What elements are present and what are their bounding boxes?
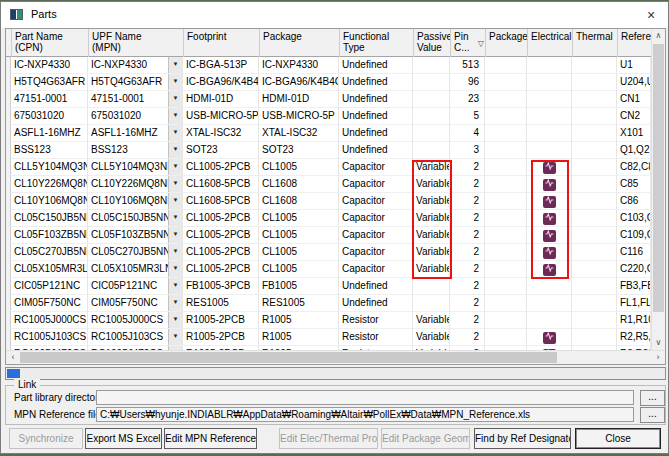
cell-upf-name[interactable]: CIM05F750NC▼ — [88, 295, 183, 312]
synchronize-button[interactable]: Synchronize — [9, 428, 83, 449]
table-row[interactable]: CIC05P121NCCIC05P121NC▼FB1005-3PCBFB1005… — [6, 278, 651, 295]
chevron-down-icon[interactable]: ▼ — [168, 210, 182, 226]
scroll-right-icon[interactable]: › — [651, 351, 665, 364]
cell-passive-value — [413, 278, 450, 295]
chevron-down-icon[interactable]: ▼ — [168, 329, 182, 345]
chevron-down-icon[interactable]: ▼ — [168, 57, 182, 73]
cell-footprint: USB-MICRO-5P — [183, 108, 259, 125]
vertical-scrollbar-thumb[interactable] — [653, 44, 664, 312]
cell-upf-name[interactable]: ASFL1-16MHZ▼ — [88, 125, 183, 142]
chevron-down-icon[interactable]: ▼ — [168, 278, 182, 294]
chevron-down-icon[interactable]: ▼ — [168, 142, 182, 158]
chevron-down-icon[interactable]: ▼ — [168, 261, 182, 277]
close-button[interactable]: Close — [575, 428, 661, 449]
scroll-down-icon[interactable]: ∨ — [652, 336, 665, 350]
cell-upf-name[interactable]: CLL5Y104MQ3NLNC▼ — [88, 159, 183, 176]
electrical-property-icon[interactable] — [543, 230, 556, 242]
scroll-up-icon[interactable]: ∧ — [652, 29, 665, 43]
column-header-package[interactable]: Package — [260, 29, 340, 57]
column-header-functional_type[interactable]: Functional Type — [340, 29, 414, 57]
cell-upf-name[interactable]: RC1005J103CS▼ — [88, 329, 183, 346]
upf-name-text: BSS123 — [91, 144, 128, 155]
electrical-property-icon[interactable] — [543, 196, 556, 208]
cell-reference: R2,R5, — [617, 329, 651, 346]
cell-upf-name[interactable]: CL05F103ZB5NNNC▼ — [88, 227, 183, 244]
cell-thermal — [572, 193, 617, 210]
chevron-down-icon[interactable]: ▼ — [168, 159, 182, 175]
table-row[interactable]: RC1005J000CSRC1005J000CS▼R1005-2PCBR1005… — [6, 312, 651, 329]
chevron-down-icon[interactable]: ▼ — [168, 193, 182, 209]
cell-pin-count: 4 — [450, 125, 485, 142]
table-row[interactable]: CL05C270JB5NNWCCL05C270JB5NNWC▼CL1005-2P… — [6, 244, 651, 261]
column-header-package2[interactable]: Package — [486, 29, 528, 57]
chevron-down-icon[interactable]: ▼ — [168, 227, 182, 243]
column-header-cpn[interactable]: Part Name (CPN) — [12, 29, 89, 57]
part-library-browse-button[interactable]: ... — [640, 390, 665, 406]
cell-upf-name[interactable]: CL05X105MR3LNNH▼ — [88, 261, 183, 278]
table-row[interactable]: RC1005J103CSRC1005J103CS▼R1005-2PCBR1005… — [6, 329, 651, 346]
close-icon[interactable]: × — [634, 2, 668, 28]
column-header-footprint[interactable]: Footprint — [184, 29, 260, 57]
table-row[interactable]: IC-NXP4330IC-NXP4330▼IC-BGA-513PIC-NXP43… — [6, 57, 651, 74]
cell-upf-name[interactable]: CL10Y106MQ8NRNC▼ — [88, 193, 183, 210]
column-header-electrical[interactable]: Electrical — [528, 29, 573, 57]
table-row[interactable]: CIM05F750NCCIM05F750NC▼RES1005RES1005Und… — [6, 295, 651, 312]
electrical-property-icon[interactable] — [543, 264, 556, 276]
title-bar: Parts × — [1, 2, 668, 28]
chevron-down-icon[interactable]: ▼ — [168, 125, 182, 141]
cell-pin-count: 5 — [450, 108, 485, 125]
cell-upf-name[interactable]: BSS123▼ — [88, 142, 183, 159]
chevron-down-icon[interactable]: ▼ — [168, 74, 182, 90]
column-header-passive_value[interactable]: Passive Value — [414, 29, 451, 57]
chevron-down-icon[interactable]: ▼ — [168, 91, 182, 107]
electrical-property-icon[interactable] — [543, 213, 556, 225]
chevron-down-icon[interactable]: ▼ — [168, 108, 182, 124]
cell-upf-name[interactable]: IC-NXP4330▼ — [88, 57, 183, 74]
table-row[interactable]: H5TQ4G63AFRH5TQ4G63AFR▼IC-BGA96/K4B4G1IC… — [6, 74, 651, 91]
upf-name-text: CIM05F750NC — [91, 297, 158, 308]
column-header-thermal[interactable]: Thermal — [573, 29, 618, 57]
cell-upf-name[interactable]: H5TQ4G63AFR▼ — [88, 74, 183, 91]
table-row[interactable]: CL05X105MR3LNNHCL05X105MR3LNNH▼CL1005-2P… — [6, 261, 651, 278]
cell-footprint: CL1005-2PCB — [183, 227, 259, 244]
table-row[interactable]: CL10Y226MQ8NRNCCL10Y226MQ8NRNC▼CL1608-5P… — [6, 176, 651, 193]
upf-name-text: 47151-0001 — [91, 93, 144, 104]
chevron-down-icon[interactable]: ▼ — [168, 295, 182, 311]
cell-upf-name[interactable]: 675031020▼ — [88, 108, 183, 125]
column-header-mpn[interactable]: UPF Name (MPN) — [89, 29, 184, 57]
edit-mpn-reference-button[interactable]: Edit MPN Reference — [164, 428, 257, 449]
part-library-directory-field[interactable] — [96, 390, 634, 405]
cell-upf-name[interactable]: CL05C270JB5NNWC▼ — [88, 244, 183, 261]
chevron-down-icon[interactable]: ▼ — [168, 244, 182, 260]
horizontal-scrollbar-thumb[interactable] — [20, 352, 557, 363]
cell-upf-name[interactable]: CIC05P121NC▼ — [88, 278, 183, 295]
table-row[interactable]: CL10Y106MQ8NRNCCL10Y106MQ8NRNC▼CL1608-5P… — [6, 193, 651, 210]
table-row[interactable]: 675031020675031020▼USB-MICRO-5PUSB-MICRO… — [6, 108, 651, 125]
table-row[interactable]: BSS123BSS123▼SOT23SOT23Undefined3Q1,Q2 — [6, 142, 651, 159]
column-header-reference[interactable]: Refere — [618, 29, 652, 57]
edit-package-geom-button[interactable]: Edit Package Geom — [381, 428, 470, 449]
electrical-property-icon[interactable] — [543, 162, 556, 174]
table-row[interactable]: CLL5Y104MQ3NLNCCLL5Y104MQ3NLNC▼CL1005-2P… — [6, 159, 651, 176]
export-ms-excel-button[interactable]: Export MS Excel — [85, 428, 162, 449]
cell-upf-name[interactable]: CL10Y226MQ8NRNC▼ — [88, 176, 183, 193]
mpn-reference-file-field[interactable]: C:₩Users₩hyunje.INDIABLR₩AppData₩Roaming… — [96, 407, 634, 422]
edit-elec-thermal-prop-button[interactable]: Edit Elec/Thermal Prop — [279, 428, 378, 449]
cell-upf-name[interactable]: 47151-0001▼ — [88, 91, 183, 108]
table-row[interactable]: CL05C150JB5NNNDCL05C150JB5NNND▼CL1005-2P… — [6, 210, 651, 227]
cell-upf-name[interactable]: RC1005J000CS▼ — [88, 312, 183, 329]
cell-upf-name[interactable]: CL05C150JB5NNND▼ — [88, 210, 183, 227]
mpn-reference-browse-button[interactable]: ... — [640, 407, 665, 423]
electrical-property-icon[interactable] — [543, 179, 556, 191]
cell-pin-count: 23 — [450, 91, 485, 108]
find-by-ref-designator-button[interactable]: Find by Ref Designator — [474, 428, 571, 449]
chevron-down-icon[interactable]: ▼ — [168, 312, 182, 328]
table-row[interactable]: 47151-000147151-0001▼HDMI-01DHDMI-01DUnd… — [6, 91, 651, 108]
table-row[interactable]: ASFL1-16MHZASFL1-16MHZ▼XTAL-ISC32XTAL-IS… — [6, 125, 651, 142]
chevron-down-icon[interactable]: ▼ — [168, 176, 182, 192]
electrical-property-icon[interactable] — [543, 332, 556, 344]
scroll-left-icon[interactable]: ‹ — [6, 351, 20, 364]
column-header-pin_count[interactable]: Pin C...▽ — [451, 29, 486, 57]
table-row[interactable]: CL05F103ZB5NNNCCL05F103ZB5NNNC▼CL1005-2P… — [6, 227, 651, 244]
electrical-property-icon[interactable] — [543, 247, 556, 259]
